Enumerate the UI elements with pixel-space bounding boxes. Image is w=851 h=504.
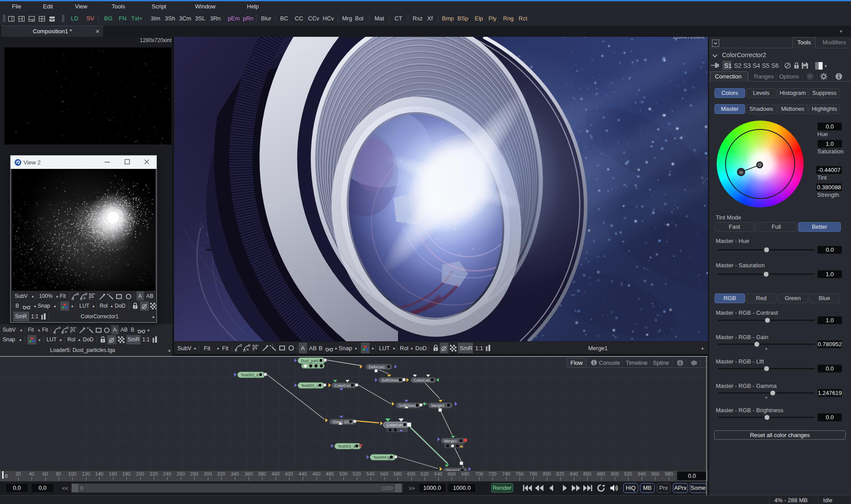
svg-text:M: M (739, 170, 743, 175)
svg-text:Merge1: Merge1 (444, 439, 457, 443)
svg-text:B: B (65, 330, 67, 334)
svg-text:ColorCorr...: ColorCorr... (386, 423, 406, 427)
svg-text:ColorCorr...: ColorCorr... (414, 378, 433, 383)
svg-text:B: B (83, 296, 86, 300)
svg-text:Test003_d...: Test003_d... (338, 444, 359, 449)
svg-text:B: B (246, 348, 249, 352)
svg-text:Merge3: Merge3 (431, 403, 444, 408)
svg-text:Test003_v...: Test003_v... (301, 383, 321, 388)
svg-text:Test003_d...: Test003_d... (241, 373, 262, 377)
svg-text:Dust_parti...: Dust_parti... (301, 359, 321, 363)
svg-text:SoftGlow1: SoftGlow1 (399, 403, 417, 408)
svg-text:Defocus1: Defocus1 (369, 365, 385, 369)
